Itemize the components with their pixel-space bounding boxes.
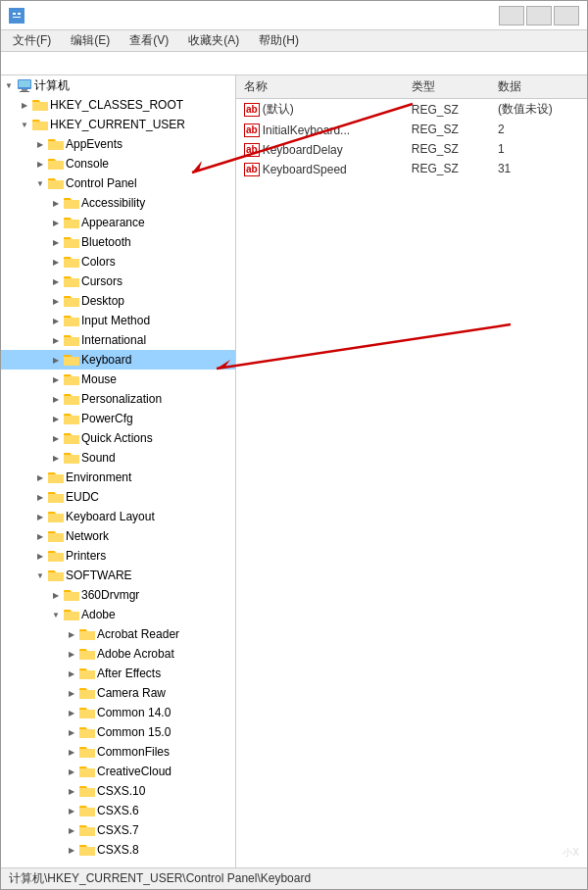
expand-btn-control-panel[interactable]: ▼ (32, 175, 48, 191)
expand-btn-after-effects[interactable]: ▶ (64, 666, 79, 681)
svg-rect-19 (49, 159, 54, 161)
expand-btn-common-14[interactable]: ▶ (64, 705, 79, 720)
detail-row[interactable]: abInitialKeyboard...REG_SZ2 (236, 120, 587, 139)
expand-btn-accessibility[interactable]: ▶ (48, 195, 64, 211)
tree-item-bluetooth[interactable]: ▶ Bluetooth (1, 232, 235, 252)
expand-btn-powercfg[interactable]: ▶ (48, 411, 64, 426)
tree-item-csxs-6[interactable]: ▶ CSXS.6 (1, 801, 235, 820)
expand-btn-international[interactable]: ▶ (48, 332, 64, 348)
expand-btn-360drvmgr[interactable]: ▶ (48, 587, 64, 603)
tree-item-csxs-7[interactable]: ▶ CSXS.7 (1, 820, 235, 840)
tree-item-appevents[interactable]: ▶ AppEvents (1, 134, 235, 154)
expand-btn-desktop[interactable]: ▶ (48, 293, 64, 309)
tree-item-adobe-acrobat[interactable]: ▶ Adobe Acrobat (1, 644, 235, 664)
tree-item-accessibility[interactable]: ▶ Accessibility (1, 193, 235, 213)
tree-item-common-files[interactable]: ▶ CommonFiles (1, 742, 235, 762)
menu-item-a[interactable]: 收藏夹(A) (180, 30, 247, 51)
minimize-button[interactable] (499, 6, 524, 25)
expand-btn-hkcu[interactable]: ▼ (17, 117, 32, 132)
tree-item-cursors[interactable]: ▶ Cursors (1, 272, 235, 291)
tree-item-keyboard[interactable]: ▶ Keyboard (1, 350, 235, 370)
tree-item-powercfg[interactable]: ▶ PowerCfg (1, 409, 235, 428)
expand-btn-personalization[interactable]: ▶ (48, 391, 64, 407)
svg-rect-105 (79, 729, 95, 738)
expand-btn-appearance[interactable]: ▶ (48, 215, 64, 230)
expand-btn-computer[interactable]: ▼ (1, 77, 17, 93)
expand-btn-eudc[interactable]: ▶ (32, 489, 48, 505)
tree-item-keyboard-layout[interactable]: ▶ Keyboard Layout (1, 507, 235, 526)
expand-btn-adobe-acrobat[interactable]: ▶ (64, 646, 79, 662)
expand-btn-input-method[interactable]: ▶ (48, 313, 64, 328)
expand-btn-sound[interactable]: ▶ (48, 450, 64, 466)
expand-btn-keyboard-layout[interactable]: ▶ (32, 509, 48, 524)
tree-item-hkcu[interactable]: ▼ HKEY_CURRENT_USER (1, 115, 235, 134)
expand-btn-keyboard[interactable]: ▶ (48, 352, 64, 368)
expand-btn-mouse[interactable]: ▶ (48, 371, 64, 387)
expand-btn-camera-raw[interactable]: ▶ (64, 685, 79, 701)
tree-item-acrobat-reader[interactable]: ▶ Acrobat Reader (1, 624, 235, 644)
tree-item-mouse[interactable]: ▶ Mouse (1, 370, 235, 389)
expand-btn-csxs-8[interactable]: ▶ (64, 842, 79, 858)
tree-item-software[interactable]: ▼ SOFTWARE (1, 566, 235, 585)
tree-item-after-effects[interactable]: ▶ After Effects (1, 664, 235, 683)
expand-btn-environment[interactable]: ▶ (32, 470, 48, 485)
expand-btn-common-files[interactable]: ▶ (64, 744, 79, 760)
svg-rect-78 (48, 553, 64, 562)
expand-btn-cursors[interactable]: ▶ (48, 273, 64, 289)
tree-item-common-14[interactable]: ▶ Common 14.0 (1, 703, 235, 722)
tree-item-creative-cloud[interactable]: ▶ CreativeCloud (1, 762, 235, 781)
tree-item-control-panel[interactable]: ▼ Control Panel (1, 173, 235, 193)
detail-row[interactable]: abKeyboardSpeedREG_SZ31 (236, 159, 587, 178)
menu-item-f[interactable]: 文件(F) (5, 30, 59, 51)
expand-btn-csxs-10[interactable]: ▶ (64, 783, 79, 799)
expand-btn-bluetooth[interactable]: ▶ (48, 234, 64, 250)
svg-rect-85 (65, 590, 70, 592)
expand-btn-creative-cloud[interactable]: ▶ (64, 764, 79, 779)
menu-item-v[interactable]: 查看(V) (122, 30, 176, 51)
tree-item-printers[interactable]: ▶ Printers (1, 546, 235, 566)
tree-item-appearance[interactable]: ▶ Appearance (1, 213, 235, 232)
tree-item-personalization[interactable]: ▶ Personalization (1, 389, 235, 409)
tree-item-csxs-8[interactable]: ▶ CSXS.8 (1, 840, 235, 860)
tree-item-csxs-10[interactable]: ▶ CSXS.10 (1, 781, 235, 801)
tree-item-hkcu-root[interactable]: ▶ HKEY_CLASSES_ROOT (1, 95, 235, 115)
expand-btn-network[interactable]: ▶ (32, 528, 48, 544)
expand-btn-csxs-6[interactable]: ▶ (64, 803, 79, 818)
menu-item-h[interactable]: 帮助(H) (251, 30, 307, 51)
tree-item-console[interactable]: ▶ Console (1, 154, 235, 173)
svg-rect-114 (79, 788, 95, 797)
maximize-button[interactable] (526, 6, 552, 25)
tree-item-computer[interactable]: ▼ 计算机 (1, 75, 235, 95)
expand-btn-software[interactable]: ▼ (32, 568, 48, 583)
expand-btn-quick-actions[interactable]: ▶ (48, 430, 64, 446)
tree-item-360drvmgr[interactable]: ▶ 360Drvmgr (1, 585, 235, 605)
tree-item-environment[interactable]: ▶ Environment (1, 468, 235, 487)
expand-btn-hkcu-root[interactable]: ▶ (17, 97, 32, 113)
tree-item-international[interactable]: ▶ International (1, 330, 235, 350)
expand-btn-printers[interactable]: ▶ (32, 548, 48, 564)
expand-btn-console[interactable]: ▶ (32, 156, 48, 172)
tree-item-network[interactable]: ▶ Network (1, 526, 235, 546)
tree-item-quick-actions[interactable]: ▶ Quick Actions (1, 428, 235, 448)
expand-btn-common-15[interactable]: ▶ (64, 724, 79, 740)
expand-btn-adobe[interactable]: ▼ (48, 607, 64, 622)
detail-row[interactable]: ab(默认)REG_SZ(数值未设) (236, 99, 587, 121)
menu-item-e[interactable]: 编辑(E) (63, 30, 118, 51)
tree-item-camera-raw[interactable]: ▶ Camera Raw (1, 683, 235, 703)
detail-row[interactable]: abKeyboardDelayREG_SZ1 (236, 139, 587, 159)
tree-label-csxs-6: CSXS.6 (97, 804, 231, 817)
tree-item-common-15[interactable]: ▶ Common 15.0 (1, 722, 235, 742)
expand-btn-appevents[interactable]: ▶ (32, 136, 48, 152)
tree-item-input-method[interactable]: ▶ Input Method (1, 311, 235, 330)
tree-item-adobe[interactable]: ▼ Adobe (1, 605, 235, 624)
tree-item-desktop[interactable]: ▶ Desktop (1, 291, 235, 311)
expand-btn-colors[interactable]: ▶ (48, 254, 64, 270)
close-button[interactable] (554, 6, 579, 25)
expand-btn-csxs-7[interactable]: ▶ (64, 822, 79, 838)
tree-item-eudc[interactable]: ▶ EUDC (1, 487, 235, 507)
tree-pane[interactable]: ▼ 计算机▶ HKEY_CLASSES_ROOT▼ HKEY_CURRENT_U… (1, 75, 236, 867)
tree-item-sound[interactable]: ▶ Sound (1, 448, 235, 468)
expand-btn-acrobat-reader[interactable]: ▶ (64, 626, 79, 642)
tree-item-colors[interactable]: ▶ Colors (1, 252, 235, 272)
tree-label-adobe-acrobat: Adobe Acrobat (97, 647, 231, 661)
